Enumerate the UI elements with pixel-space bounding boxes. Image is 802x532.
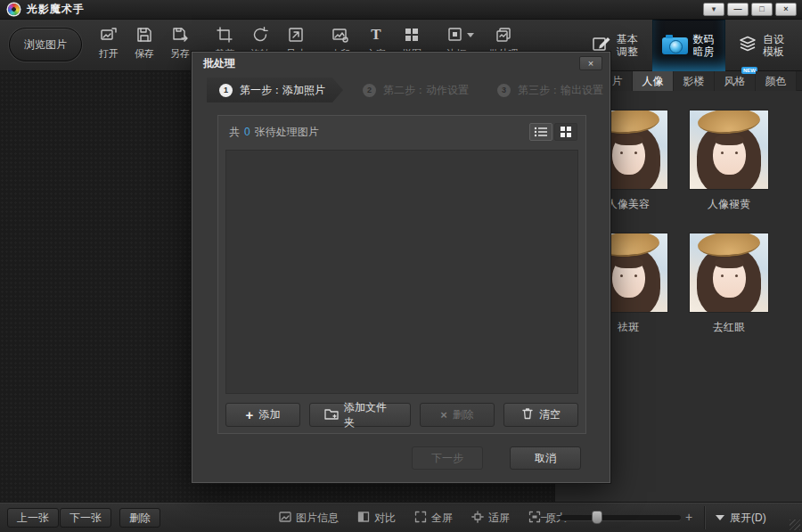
app-window: 光影魔术手 ▾ — □ × 浏览图片 打开 保存 — [0, 0, 802, 532]
pending-photos-list[interactable] — [225, 150, 578, 394]
step-add-photos[interactable]: 1 第一步：添加照片 — [207, 78, 343, 102]
trash-icon — [521, 407, 534, 422]
preset-portrait-deyellow[interactable]: 人像褪黄 — [690, 110, 768, 212]
preset-thumbnail — [690, 233, 768, 312]
window-controls: ▾ — □ × — [703, 3, 797, 16]
mode-digital-darkroom[interactable]: 数码暗房 — [652, 20, 725, 71]
add-folder-button[interactable]: 添加文件夹 — [309, 403, 411, 427]
rotate-icon — [251, 24, 269, 45]
previous-image-button[interactable]: 上一张 — [7, 508, 59, 528]
next-step-button[interactable]: 下一步 — [412, 446, 483, 470]
dialog-close-button[interactable]: × — [579, 56, 602, 70]
fullscreen-icon — [414, 511, 427, 526]
compare-button[interactable]: 对比 — [357, 511, 396, 526]
remove-button[interactable]: × 删除 — [420, 403, 495, 427]
watermark-icon — [331, 24, 349, 45]
app-title: 光影魔术手 — [27, 2, 85, 17]
step-action-settings: 2 第二步：动作设置 — [347, 78, 478, 102]
next-image-button[interactable]: 下一张 — [60, 508, 111, 528]
preset-thumbnail — [690, 110, 768, 189]
plus-icon: + — [246, 409, 254, 422]
tab-color[interactable]: 颜色 — [756, 71, 797, 91]
tab-portrait[interactable]: 人像 — [633, 71, 674, 91]
pending-count-number: 0 — [244, 126, 250, 138]
maximize-button[interactable]: □ — [751, 3, 773, 16]
zoom-in-button[interactable]: + — [685, 510, 692, 524]
view-toggle — [529, 123, 577, 141]
zoom-slider[interactable] — [560, 515, 681, 520]
border-icon — [447, 24, 465, 45]
resize-grip[interactable] — [790, 520, 800, 530]
delete-image-button[interactable]: 删除 — [119, 508, 160, 528]
dialog-footer: 下一步 取消 — [412, 446, 581, 470]
batch-process-dialog: 批处理 × 1 第一步：添加照片 2 第二步：动作设置 3 第三步：输出设置 共… — [192, 52, 610, 483]
wizard-steps: 1 第一步：添加照片 2 第二步：动作设置 3 第三步：输出设置 — [192, 76, 610, 104]
cancel-button[interactable]: 取消 — [510, 446, 581, 470]
view-tools: 图片信息 对比 全屏 适屏 原大 — [279, 503, 567, 532]
close-button[interactable]: × — [775, 3, 797, 16]
photo-action-buttons: + 添加 添加文件夹 × 删除 清空 — [225, 403, 578, 428]
tab-studio[interactable]: 影楼 — [674, 71, 715, 91]
list-view-button[interactable] — [529, 123, 552, 141]
image-info-icon — [279, 511, 291, 526]
fit-screen-icon — [471, 511, 484, 526]
preset-remove-redeye[interactable]: 去红眼 — [690, 233, 768, 335]
expand-button[interactable]: 展开(D) — [716, 503, 766, 532]
original-size-icon — [528, 511, 541, 526]
app-logo-icon — [8, 4, 20, 15]
clear-button[interactable]: 清空 — [503, 403, 578, 427]
mode-custom-template[interactable]: 自设模板 — [725, 20, 798, 71]
preset-row-2: 祛斑 去红眼 — [589, 233, 768, 335]
nav-buttons: 上一张 下一张 删除 — [7, 508, 160, 528]
photo-list-header: 共0张待处理图片 — [218, 116, 585, 148]
tab-style[interactable]: 风格NEW — [715, 71, 756, 91]
batch-icon — [495, 24, 512, 45]
image-info-button[interactable]: 图片信息 — [279, 511, 339, 526]
browse-images-button[interactable]: 浏览图片 — [9, 28, 82, 61]
open-icon — [100, 24, 118, 45]
zoom-out-button[interactable]: − — [540, 510, 547, 524]
resize-icon — [287, 24, 305, 45]
list-view-icon — [534, 126, 548, 138]
photo-list-panel: 共0张待处理图片 + 添加 — [217, 115, 586, 434]
save-button[interactable]: 保存 — [127, 24, 162, 61]
collage-icon — [403, 24, 421, 45]
template-icon — [738, 34, 757, 57]
save-icon — [135, 24, 153, 45]
camera-icon — [662, 37, 688, 54]
text-icon: T — [371, 24, 381, 45]
save-as-icon — [171, 24, 189, 45]
step-output-settings: 3 第三步：输出设置 — [481, 78, 612, 102]
grid-view-button[interactable] — [554, 123, 577, 141]
add-folder-icon — [324, 407, 339, 422]
mode-switcher: 基本调整 数码暗房 自设模板 — [579, 20, 798, 71]
preset-row-1: 人像美容 人像褪黄 — [589, 110, 768, 212]
fit-screen-button[interactable]: 适屏 — [471, 511, 510, 526]
divider — [704, 506, 705, 529]
fullscreen-button[interactable]: 全屏 — [414, 511, 453, 526]
dropdown-caret-icon — [467, 33, 474, 37]
x-icon: × — [440, 409, 447, 422]
pending-count: 共0张待处理图片 — [229, 125, 319, 140]
crop-icon — [216, 24, 233, 45]
zoom-slider-thumb[interactable] — [592, 511, 602, 524]
compare-icon — [357, 511, 370, 526]
grid-view-icon — [560, 126, 572, 138]
expand-caret-icon — [716, 515, 724, 520]
menu-button[interactable]: ▾ — [703, 3, 724, 16]
dialog-title-bar: 批处理 × — [192, 53, 610, 74]
minimize-button[interactable]: — — [727, 3, 749, 16]
dialog-title: 批处理 — [203, 56, 235, 71]
add-button[interactable]: + 添加 — [225, 403, 300, 427]
title-bar: 光影魔术手 ▾ — □ × — [0, 0, 802, 20]
status-bar: 上一张 下一张 删除 图片信息 对比 全屏 适屏 原大 — [0, 502, 802, 532]
open-button[interactable]: 打开 — [91, 24, 127, 61]
